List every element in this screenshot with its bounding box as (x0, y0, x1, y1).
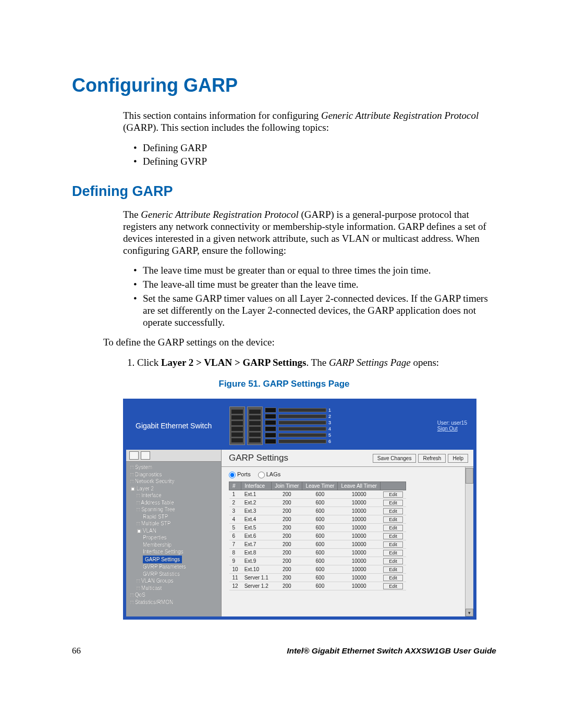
nav-item[interactable]: □ System (130, 464, 218, 471)
cell: 600 (302, 515, 338, 523)
product-title: Gigabit Ethernet Switch (132, 422, 224, 430)
cell: Ext.10 (241, 565, 272, 573)
cell: Ext.4 (241, 515, 272, 523)
nav-item[interactable]: □ VLAN Groups (130, 577, 218, 585)
intro-a: This section contains information for co… (123, 110, 321, 121)
cell: Ext.3 (241, 507, 272, 515)
cell: Server 1.2 (241, 582, 272, 590)
cell: 1 (229, 490, 241, 498)
nav-item[interactable]: GVRP Parameters (130, 563, 218, 571)
cell: 10000 (338, 573, 380, 582)
user-label: User: user15 (437, 420, 467, 426)
cell: 600 (302, 523, 338, 532)
content-title: GARP Settings (229, 453, 288, 463)
edit-button[interactable]: Edit (383, 516, 403, 523)
garp-table: #InterfaceJoin TimerLeave TimerLeave All… (229, 482, 406, 590)
cell: 600 (302, 573, 338, 582)
nav-item[interactable]: □ Spanning Tree (130, 506, 218, 513)
nav-item[interactable]: □ Address Table (130, 499, 218, 507)
edit-button[interactable]: Edit (383, 566, 403, 573)
nav-item[interactable]: Rapid STP (130, 513, 218, 521)
content-pane: GARP Settings Save Changes Refresh Help … (222, 450, 473, 616)
para3: To define the GARP settings on the devic… (103, 337, 496, 349)
page-number: 66 (72, 646, 81, 656)
save-changes-button[interactable]: Save Changes (373, 454, 417, 463)
col-header: Interface (241, 482, 272, 490)
page-footer: 66 Intel® Gigabit Ethernet Switch AXXSW1… (72, 646, 496, 656)
cell: Ext.8 (241, 548, 272, 557)
shot-header: Gigabit Ethernet Switch 1 2 3 4 5 6 User… (126, 402, 473, 450)
cell: 200 (272, 548, 302, 557)
nav-item[interactable]: □ Diagnostics (130, 471, 218, 478)
cell: 200 (272, 490, 302, 498)
cell: 600 (302, 565, 338, 573)
table-row: 11Server 1.120060010000Edit (229, 573, 406, 582)
intro-c: (GARP). This section includes the follow… (123, 122, 329, 133)
cell: 10000 (338, 557, 380, 565)
cell: Ext.6 (241, 532, 272, 540)
edit-button[interactable]: Edit (383, 533, 403, 539)
cell: 200 (272, 582, 302, 590)
edit-button[interactable]: Edit (383, 558, 403, 564)
doc-title: Intel® Gigabit Ethernet Switch AXXSW1GB … (287, 646, 496, 656)
nav-item[interactable]: □ Multicast (130, 585, 218, 592)
table-row: 2Ext.220060010000Edit (229, 498, 406, 507)
table-row: 4Ext.420060010000Edit (229, 515, 406, 523)
edit-button[interactable]: Edit (383, 550, 403, 556)
table-row: 5Ext.520060010000Edit (229, 523, 406, 532)
rule-bullets: The leave time must be greater than or e… (133, 264, 496, 329)
intro-paragraph: This section contains information for co… (123, 110, 496, 134)
list-item: The leave time must be greater than or e… (133, 264, 496, 278)
nav-item[interactable]: Membership (130, 541, 218, 549)
nav-toolbar (126, 450, 221, 462)
nav-item[interactable]: Interface Settings (130, 548, 218, 556)
cell: 5 (229, 523, 241, 532)
cell: 8 (229, 548, 241, 557)
table-row: 12Server 1.220060010000Edit (229, 582, 406, 590)
col-header (380, 482, 406, 490)
nav-item[interactable]: □ Statistics/RMON (130, 599, 218, 606)
cell: Server 1.1 (241, 573, 272, 582)
scrollbar[interactable]: ▾ (465, 467, 473, 616)
cell: 3 (229, 507, 241, 515)
scroll-thumb[interactable] (466, 468, 473, 484)
nav-item[interactable]: □ QoS (130, 591, 218, 599)
cell: 11 (229, 573, 241, 582)
cell: 200 (272, 515, 302, 523)
nav-item[interactable]: □ Multiple STP (130, 520, 218, 527)
nav-item[interactable]: GARP Settings (130, 556, 218, 564)
edit-button[interactable]: Edit (383, 491, 403, 498)
intro-bullets: Defining GARPDefining GVRP (133, 141, 496, 169)
radio-ports[interactable]: Ports (229, 471, 251, 478)
nav-item[interactable]: □ Network Security (130, 478, 218, 485)
help-button[interactable]: Help (448, 454, 468, 463)
nav-expand-icon[interactable] (141, 451, 150, 460)
nav-item[interactable]: □ Interface (130, 492, 218, 499)
edit-button[interactable]: Edit (383, 508, 403, 514)
scroll-down-icon[interactable]: ▾ (466, 609, 473, 616)
para2-b: Generic Attribute Registration Protocol (141, 209, 298, 220)
nav-item[interactable]: GVRP Statistics (130, 571, 218, 578)
screenshot-garp-settings: Gigabit Ethernet Switch 1 2 3 4 5 6 User… (123, 399, 476, 620)
cell: 600 (302, 532, 338, 540)
step-1: Click Layer 2 > VLAN > GARP Settings. Th… (137, 356, 496, 369)
edit-button[interactable]: Edit (383, 583, 403, 589)
table-row: 6Ext.620060010000Edit (229, 532, 406, 540)
col-header: Leave Timer (302, 482, 338, 490)
edit-button[interactable]: Edit (383, 575, 403, 581)
cell: 7 (229, 540, 241, 548)
edit-button[interactable]: Edit (383, 541, 403, 548)
edit-button[interactable]: Edit (383, 500, 403, 506)
nav-item[interactable]: ▣ VLAN (130, 527, 218, 535)
edit-button[interactable]: Edit (383, 525, 403, 531)
list-item: The leave-all time must be greater than … (133, 278, 496, 292)
cell: Ext.7 (241, 540, 272, 548)
col-header: Join Timer (272, 482, 302, 490)
nav-collapse-icon[interactable] (129, 451, 139, 460)
radio-lags[interactable]: LAGs (258, 471, 281, 478)
refresh-button[interactable]: Refresh (418, 454, 446, 463)
nav-item[interactable]: Properties (130, 534, 218, 541)
nav-item[interactable]: ▣ Layer 2 (130, 485, 218, 492)
cell: 600 (302, 557, 338, 565)
sign-out-link[interactable]: Sign Out (437, 426, 467, 431)
